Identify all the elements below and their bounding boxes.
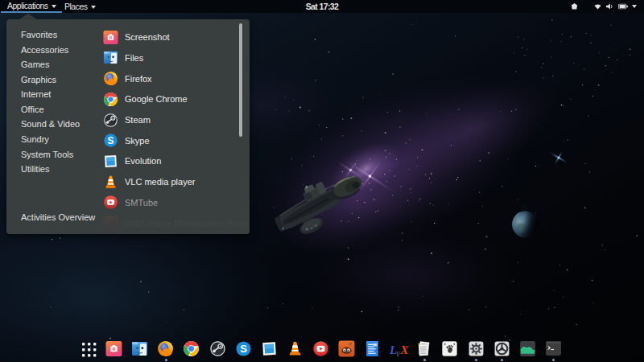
svg-text:S: S [240,343,247,355]
svg-text:S: S [108,135,114,146]
svg-text:X: X [400,343,410,356]
